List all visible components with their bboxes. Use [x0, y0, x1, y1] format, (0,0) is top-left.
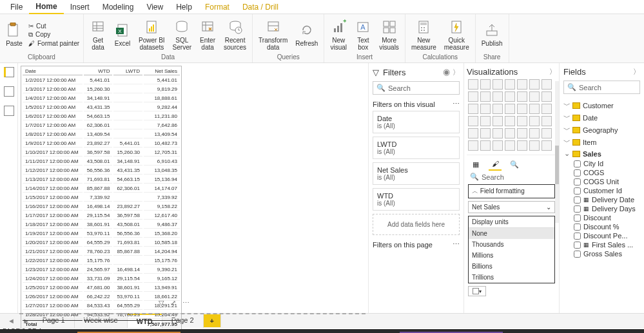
viz-type-icon[interactable]: [493, 140, 503, 151]
fields-search[interactable]: 🔍Search: [563, 81, 640, 94]
table-sales[interactable]: ⌄Sales: [563, 148, 640, 159]
table-row[interactable]: 1/17/2017 12:00:00 AM29,115.5436,597.581…: [23, 212, 180, 220]
viz-type-icon[interactable]: [517, 140, 527, 151]
field-checkbox[interactable]: [574, 187, 581, 195]
table-row[interactable]: 1/7/2017 12:00:00 AM62,306.017,642.86: [23, 122, 180, 129]
focus-icon[interactable]: ⤢: [170, 299, 176, 307]
viz-type-icon[interactable]: [517, 79, 527, 90]
cut-button[interactable]: ✂Cut: [28, 23, 46, 30]
display-units-dropdown[interactable]: Display units NoneThousandsMillionsBilli…: [468, 216, 555, 283]
table-row[interactable]: 1/5/2017 12:00:00 AM43,431.359,282.44: [23, 104, 180, 111]
viz-type-icon[interactable]: [468, 104, 478, 114]
pbidatasets-button[interactable]: Power BI datasets: [137, 17, 167, 52]
transform-button[interactable]: Transform data: [257, 17, 289, 52]
field-select[interactable]: Net Sales⌄: [468, 201, 555, 213]
field-checkbox[interactable]: [574, 196, 581, 204]
viz-type-icon[interactable]: [480, 79, 491, 90]
newvisual-button[interactable]: +New visual: [328, 17, 349, 52]
viz-type-icon[interactable]: [529, 91, 540, 102]
data-view-icon[interactable]: [4, 86, 14, 97]
fields-tab-icon[interactable]: ▦: [469, 158, 482, 171]
viz-type-icon[interactable]: [505, 116, 515, 126]
col-header[interactable]: LWTD: [113, 68, 142, 75]
viz-type-icon[interactable]: [529, 116, 540, 126]
field-checkbox[interactable]: [574, 233, 581, 240]
data-table[interactable]: DateWTDLWTDNet Sales 1/2/2017 12:00:00 A…: [21, 66, 182, 330]
excel-button[interactable]: XExcel: [112, 21, 133, 48]
viz-type-icon[interactable]: [542, 91, 552, 102]
viz-type-icon[interactable]: [493, 128, 503, 138]
table-row[interactable]: 1/4/2017 12:00:00 AM34,148.9118,888.61: [23, 95, 180, 102]
viz-type-icon[interactable]: [480, 116, 491, 126]
menu-format[interactable]: Format: [199, 1, 236, 14]
collapse-icon[interactable]: 〉: [549, 67, 556, 77]
viz-type-icon[interactable]: [480, 91, 491, 102]
table-row[interactable]: 1/11/2017 12:00:00 AM43,508.0134,148.916…: [23, 158, 180, 166]
table-row[interactable]: 1/14/2017 12:00:00 AM85,867.8862,306.011…: [23, 185, 180, 193]
refresh-button[interactable]: Refresh: [293, 21, 320, 48]
viz-type-icon[interactable]: [493, 104, 503, 114]
add-page-button[interactable]: +: [204, 314, 221, 327]
more-icon[interactable]: ⋯: [453, 100, 460, 108]
field-formatting-card[interactable]: ︿ Field formatting: [468, 184, 555, 198]
newmeasure-button[interactable]: New measure: [409, 17, 438, 52]
analytics-tab-icon[interactable]: 🔍: [508, 158, 521, 171]
menu-help[interactable]: Help: [170, 1, 199, 14]
sqlserver-button[interactable]: SQL Server: [171, 17, 193, 52]
viz-type-icon[interactable]: [505, 104, 515, 114]
collapse-icon[interactable]: 〉: [453, 68, 460, 76]
field-checkbox[interactable]: [574, 251, 581, 258]
viz-type-icon[interactable]: [480, 140, 491, 151]
dropdown-option[interactable]: Thousands: [469, 239, 554, 250]
viz-search[interactable]: 🔍Search: [467, 171, 556, 183]
col-header[interactable]: Net Sales: [144, 68, 180, 75]
recentsources-button[interactable]: Recent sources: [222, 17, 248, 52]
formatpainter-button[interactable]: 🖌Format painter: [28, 40, 79, 47]
viz-type-icon[interactable]: [517, 91, 527, 102]
menu-home[interactable]: Home: [29, 0, 63, 14]
table-item[interactable]: ﹀Item: [563, 136, 640, 148]
report-canvas[interactable]: DateWTDLWTDNet Sales 1/2/2017 12:00:00 A…: [18, 63, 368, 313]
table-row[interactable]: 1/15/2017 12:00:00 AM7,339.927,339.92: [23, 194, 180, 202]
dropdown-option[interactable]: Millions: [469, 250, 554, 261]
copy-button[interactable]: ⧉Copy: [28, 31, 50, 39]
menu-datadrill[interactable]: Data / Drill: [236, 1, 285, 14]
table-geography[interactable]: ﹀Geography: [563, 124, 640, 136]
table-row[interactable]: 1/12/2017 12:00:00 AM56,556.3643,431.351…: [23, 167, 180, 175]
viz-type-icon[interactable]: [529, 128, 540, 138]
color-picker[interactable]: ▾: [468, 286, 486, 296]
field-item[interactable]: COGS: [563, 168, 640, 177]
table-row[interactable]: 1/2/2017 12:00:00 AM5,441.015,441.01: [23, 77, 180, 84]
field-item[interactable]: Discount: [563, 213, 640, 222]
table-row[interactable]: 1/19/2017 12:00:00 AM53,970.1156,556.361…: [23, 230, 180, 238]
viz-type-icon[interactable]: [468, 128, 478, 138]
viz-type-icon[interactable]: [517, 116, 527, 126]
filter-card[interactable]: WTDis (All): [373, 188, 460, 211]
menu-file[interactable]: File: [4, 1, 29, 14]
field-item[interactable]: Customer Id: [563, 186, 640, 195]
add-filter-placeholder[interactable]: Add data fields here: [373, 214, 460, 235]
table-row[interactable]: 1/24/2017 12:00:00 AM33,731.0929,115.549…: [23, 275, 180, 283]
table-date[interactable]: ﹀Date: [563, 111, 640, 124]
dropdown-option[interactable]: Trillions: [469, 272, 554, 283]
field-item[interactable]: Gross Sales: [563, 249, 640, 258]
viz-type-icon[interactable]: [468, 91, 478, 102]
field-checkbox[interactable]: [574, 242, 581, 249]
filter-card[interactable]: Net Salesis (All): [373, 162, 460, 185]
viz-type-icon[interactable]: [505, 140, 515, 151]
eye-icon[interactable]: ◉: [443, 67, 450, 77]
table-row[interactable]: 1/28/2017 12:00:00 AM94,533.9278,760.231…: [23, 311, 180, 319]
textbox-button[interactable]: AText box: [353, 17, 373, 52]
filters-search[interactable]: 🔍Search: [373, 81, 460, 95]
viz-type-icon[interactable]: [493, 91, 503, 102]
viz-type-icon[interactable]: [542, 116, 552, 126]
prev-page[interactable]: ◄: [4, 317, 19, 325]
report-view-icon[interactable]: [4, 67, 14, 77]
table-row[interactable]: 1/13/2017 12:00:00 AM71,693.8154,663.151…: [23, 176, 180, 184]
table-row[interactable]: 1/25/2017 12:00:00 AM47,681.0038,601.911…: [23, 284, 180, 292]
field-item[interactable]: COGS Unit: [563, 177, 640, 186]
table-row[interactable]: 1/16/2017 12:00:00 AM16,498.1423,892.279…: [23, 203, 180, 211]
table-customer[interactable]: ﹀Customer: [563, 99, 640, 111]
table-row[interactable]: 1/20/2017 12:00:00 AM64,555.2971,693.811…: [23, 239, 180, 247]
field-checkbox[interactable]: [574, 214, 581, 222]
